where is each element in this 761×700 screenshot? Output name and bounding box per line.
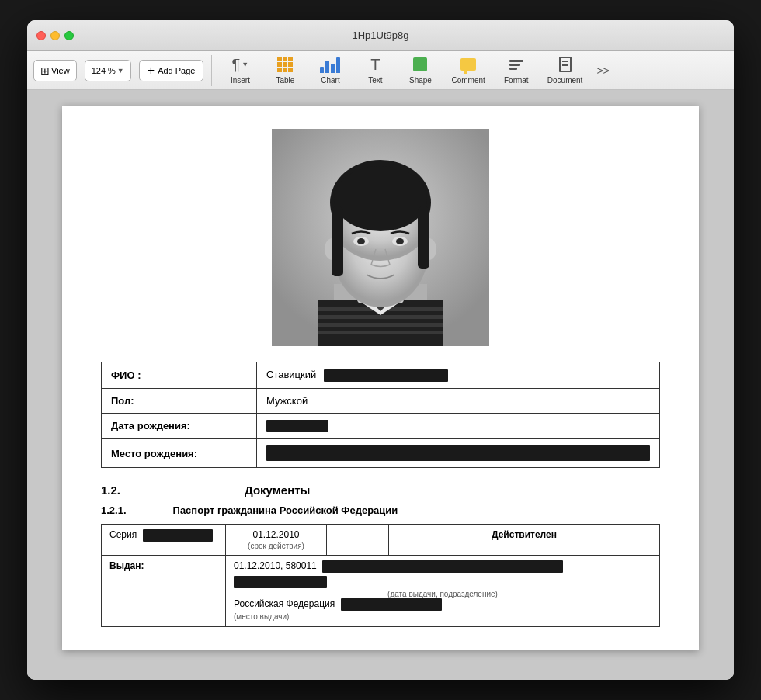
pol-label: Пол: bbox=[102, 388, 257, 413]
issued-details-cell: 01.12.2010, 580011 (дата выдачи, подразд… bbox=[226, 556, 660, 627]
svg-rect-5 bbox=[318, 315, 443, 319]
toolbar: ⊞ View 124 % ▼ + Add Page ¶ ▼ Insert bbox=[27, 51, 734, 90]
fio-name: Ставицкий bbox=[266, 369, 316, 380]
photo-svg bbox=[272, 129, 489, 346]
chart-icon bbox=[320, 54, 340, 75]
person-info-table: ФИО : Ставицкий Пол: Мужской Дата рожден… bbox=[101, 362, 660, 468]
section-1-2-1-num: 1.2.1. bbox=[101, 504, 127, 516]
view-button[interactable]: ⊞ View bbox=[33, 60, 77, 81]
window-title: 1Hp1Ut9p8g bbox=[353, 29, 409, 41]
pol-value: Мужской bbox=[257, 388, 660, 413]
issued-label: Выдан: bbox=[109, 560, 144, 571]
seria-redacted bbox=[143, 529, 213, 542]
insert-button[interactable]: ¶ ▼ Insert bbox=[220, 54, 260, 86]
chevron-down-icon: ▼ bbox=[117, 67, 124, 75]
section-1-2-header: 1.2. Документы bbox=[101, 483, 660, 497]
close-button[interactable] bbox=[36, 31, 46, 40]
seria-label: Серия bbox=[109, 529, 137, 540]
table-button[interactable]: Table bbox=[265, 54, 305, 86]
svg-rect-6 bbox=[318, 323, 443, 327]
dob-value bbox=[257, 413, 660, 439]
mob-redacted bbox=[266, 445, 650, 461]
issued-redacted-1 bbox=[322, 560, 563, 573]
validity-sub: (срок действия) bbox=[234, 542, 318, 550]
issued-place-sub: (место выдачи) bbox=[234, 612, 289, 621]
comment-icon bbox=[460, 54, 476, 75]
svg-rect-20 bbox=[332, 206, 343, 276]
insert-icon: ¶ ▼ bbox=[232, 54, 249, 75]
mob-label: Место рождения: bbox=[102, 439, 257, 468]
shape-button[interactable]: Shape bbox=[400, 54, 440, 86]
issued-date-value: 01.12.2010, 580011 bbox=[234, 560, 317, 571]
fio-label: ФИО : bbox=[102, 362, 257, 389]
content-area: ФИО : Ставицкий Пол: Мужской Дата рожден… bbox=[27, 90, 734, 680]
section-1-2-num: 1.2. bbox=[101, 483, 120, 497]
svg-rect-7 bbox=[318, 331, 443, 334]
issued-redacted-row bbox=[234, 576, 652, 588]
issued-sub: (дата выдачи, подразделение) bbox=[234, 590, 652, 598]
passport-table: Серия 01.12.2010 (срок действия) – Дейст… bbox=[101, 524, 660, 627]
more-button[interactable]: >> bbox=[593, 64, 612, 77]
document-page: ФИО : Ставицкий Пол: Мужской Дата рожден… bbox=[62, 106, 699, 650]
view-label: View bbox=[51, 66, 70, 75]
comment-button[interactable]: Comment bbox=[445, 54, 491, 86]
separator-1 bbox=[211, 55, 212, 86]
issued-country-row: Российская Федерация bbox=[234, 598, 652, 611]
fio-value: Ставицкий bbox=[257, 362, 660, 389]
fio-row: ФИО : Ставицкий bbox=[102, 362, 660, 389]
fio-redacted bbox=[324, 369, 448, 382]
shape-icon bbox=[413, 54, 427, 75]
comment-label: Comment bbox=[451, 76, 485, 85]
chart-label: Chart bbox=[321, 76, 339, 85]
zoom-value: 124 % bbox=[92, 66, 116, 75]
svg-point-19 bbox=[396, 238, 404, 244]
svg-rect-4 bbox=[318, 307, 443, 311]
passport-date: 01.12.2010 bbox=[234, 529, 318, 540]
valid-label: Действителен bbox=[492, 529, 557, 540]
mob-value bbox=[257, 439, 660, 468]
document-label: Document bbox=[547, 76, 583, 85]
date-cell: 01.12.2010 (срок действия) bbox=[226, 525, 327, 556]
more-label: >> bbox=[596, 64, 609, 77]
dash: – bbox=[355, 529, 360, 540]
dash-cell: – bbox=[327, 525, 389, 556]
chart-button[interactable]: Chart bbox=[310, 54, 350, 86]
svg-point-13 bbox=[334, 166, 427, 231]
issued-redacted-3 bbox=[341, 598, 442, 611]
issued-date: 01.12.2010, 580011 bbox=[234, 560, 652, 573]
issued-sub-label: (дата выдачи, подразделение) bbox=[234, 590, 652, 598]
view-icon: ⊞ bbox=[40, 64, 50, 77]
text-label: Text bbox=[368, 76, 382, 85]
svg-rect-21 bbox=[418, 206, 429, 269]
table-label: Table bbox=[276, 76, 295, 85]
valid-cell: Действителен bbox=[389, 525, 660, 556]
pol-row: Пол: Мужской bbox=[102, 388, 660, 413]
issued-place-sub-row: (место выдачи) bbox=[234, 611, 652, 622]
text-icon: T bbox=[370, 54, 380, 75]
format-icon bbox=[509, 54, 523, 75]
zoom-button[interactable]: 124 % ▼ bbox=[85, 60, 131, 81]
issued-label-cell: Выдан: bbox=[102, 556, 226, 627]
dob-row: Дата рождения: bbox=[102, 413, 660, 439]
add-page-button[interactable]: + Add Page bbox=[139, 60, 204, 81]
passport-photo bbox=[272, 129, 489, 346]
minimize-button[interactable] bbox=[50, 31, 60, 40]
mob-row: Место рождения: bbox=[102, 439, 660, 468]
main-window: 1Hp1Ut9p8g ⊞ View 124 % ▼ + Add Page ¶ ▼… bbox=[27, 20, 734, 680]
passport-header-row: Серия 01.12.2010 (срок действия) – Дейст… bbox=[102, 525, 660, 556]
document-button[interactable]: Document bbox=[541, 54, 589, 86]
format-label: Format bbox=[504, 76, 529, 85]
photo-container bbox=[101, 129, 660, 346]
insert-label: Insert bbox=[231, 76, 250, 85]
svg-point-18 bbox=[357, 238, 365, 244]
shape-label: Shape bbox=[409, 76, 432, 85]
format-button[interactable]: Format bbox=[496, 54, 537, 86]
add-page-label: Add Page bbox=[158, 66, 195, 75]
document-icon bbox=[559, 54, 572, 75]
section-1-2-title: Документы bbox=[245, 483, 310, 497]
dob-label: Дата рождения: bbox=[102, 413, 257, 439]
text-button[interactable]: T Text bbox=[355, 54, 395, 86]
maximize-button[interactable] bbox=[64, 31, 74, 40]
issued-redacted-2 bbox=[234, 576, 327, 588]
table-icon bbox=[277, 54, 293, 75]
